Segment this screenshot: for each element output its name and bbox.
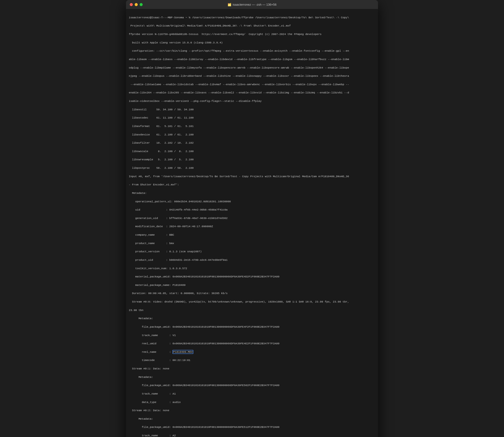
minimize-button[interactable] [135, 3, 138, 6]
terminal-line: Input #0, mxf, from '/Users/isaacterrone… [129, 174, 375, 179]
terminal-window: 🗂️ isaacterronez — -zsh — 136×56 isaacte… [126, 0, 378, 437]
terminal-line: track_name : V1 [129, 333, 375, 338]
terminal-line: Metadata: [129, 191, 375, 195]
traffic-lights [130, 3, 143, 6]
folder-icon: 🗂️ [227, 3, 231, 6]
terminal-line: product_uid : b8604d31-2e15-4799-a3c6-04… [129, 258, 375, 262]
terminal-line: libavdevice 61. 2.100 / 61. 2.100 [129, 133, 375, 137]
window-title: 🗂️ isaacterronez — -zsh — 136×56 [227, 3, 277, 6]
terminal-line: libavcodec 61. 11.100 / 61. 11.100 [129, 116, 375, 120]
terminal-line: able-libaom --enable-libass --enable-lib… [129, 57, 375, 61]
terminal-line: Metadata: [129, 316, 375, 321]
terminal-line: isable-videotoolbox --enable-version3 --… [129, 99, 375, 103]
terminal-line: libavutil 59. 34.100 / 59. 34.100 [129, 108, 375, 112]
terminal-line: 23.98 tbn [129, 308, 375, 312]
terminal-line: libavformat 61. 5.101 / 61. 5.101 [129, 124, 375, 128]
close-button[interactable] [130, 3, 133, 6]
terminal-line: built with Apple clang version 15.0.0 (c… [129, 40, 375, 45]
terminal-line: file_package_umid: 0x060A2B3401010101010… [129, 325, 375, 329]
terminal-line: --enable-libtwolame --enable-libvidstab … [129, 82, 375, 87]
terminal-line: company_name : BBC [129, 233, 375, 237]
terminal-line: odplug --enable-libmp3lame --enable-libm… [129, 66, 375, 70]
terminal-line: libpostproc 58. 2.100 / 58. 2.100 [129, 166, 375, 170]
reel-name-highlight: P1810409.MOV [172, 350, 193, 354]
terminal-line: Metadata: [129, 417, 375, 421]
terminal-line: operational_pattern_ul: 060e2b34.0401010… [129, 199, 375, 204]
terminal-line: Duration: 00:00:48.05, start: 0.000000, … [129, 291, 375, 296]
terminal-line: timecode : 00:22:19:01 [129, 358, 375, 362]
terminal-line: generation_uid : bff6a53c-87d8-46a7-9639… [129, 216, 375, 220]
terminal-line: toolkit_version_num: 1.0.3.0.572 [129, 266, 375, 271]
terminal-line: file_package_umid: 0x060A2B3401010101010… [129, 383, 375, 387]
terminal-line: file_package_umid: 0x060A2B3401010101010… [129, 425, 375, 429]
titlebar: 🗂️ isaacterronez — -zsh — 136×56 [126, 0, 378, 9]
terminal-line: product_version : 0.1.3 (scm snap1607) [129, 249, 375, 254]
terminal-line: njpeg --enable-libopus --enable-librubbe… [129, 74, 375, 78]
title-text: isaacterronez — -zsh — 136×56 [233, 3, 277, 6]
terminal-line: track_name : A1 [129, 392, 375, 396]
terminal-line: reel_umid : 0x060A2B340101010101010F0013… [129, 341, 375, 346]
terminal-line: configuration: --cc=/usr/bin/clang --pre… [129, 49, 375, 53]
terminal-line: material_package_umid: 0x060A2B340101010… [129, 275, 375, 279]
terminal-line: modification_date : 2024-09-09T14:46:17.… [129, 224, 375, 228]
terminal-line: libswresample 5. 2.100 / 5. 2.100 [129, 158, 375, 162]
terminal-line: ffprobe version N-116759-g40dda881d6-tes… [129, 32, 375, 36]
terminal-line: Stream #0:1: Data: none [129, 367, 375, 371]
terminal-line: isaacterronez@Isaac-T---MBP-Sonoma ~ % /… [129, 16, 375, 20]
terminal-line: product_name : bmx [129, 241, 375, 246]
terminal-line: libswscale 8. 2.100 / 8. 2.100 [129, 149, 375, 153]
terminal-line: Projects\ with\ Multicam/Original\ Media… [129, 24, 375, 28]
maximize-button[interactable] [140, 3, 143, 6]
terminal-line: enable-libx264 --enable-libx265 --enable… [129, 90, 375, 95]
terminal-line: - From Shutter Encoder_v1.mxf': [129, 183, 375, 187]
terminal-body[interactable]: isaacterronez@Isaac-T---MBP-Sonoma ~ % /… [126, 9, 378, 437]
terminal-line: Stream #0:2: Data: none [129, 408, 375, 413]
terminal-line: track_name : A2 [129, 434, 375, 437]
terminal-line: Metadata: [129, 375, 375, 379]
terminal-line: libavfilter 10. 2.102 / 10. 2.102 [129, 141, 375, 145]
terminal-line: data_type : audio [129, 400, 375, 404]
terminal-line: Stream #0:0: Video: dnxhd (DNXHD), yuv42… [129, 300, 375, 304]
terminal-line: uid : 842146fb-4f65-44e2-90b8-4588a7f41c… [129, 208, 375, 212]
terminal-line: reel_name : P1810409.MOV [129, 350, 375, 354]
terminal-line: material_package_name: P1810409 [129, 283, 375, 287]
